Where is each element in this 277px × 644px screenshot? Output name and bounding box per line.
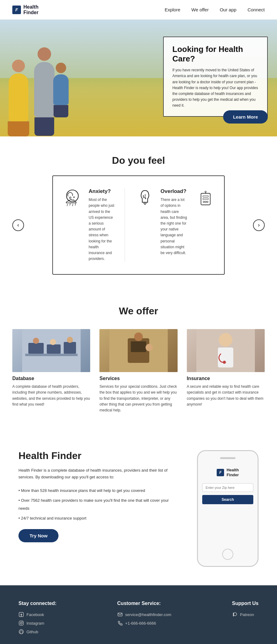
phone-home-button <box>222 549 233 560</box>
svg-point-41 <box>19 630 23 634</box>
carousel-prev-button[interactable]: ‹ <box>12 219 24 231</box>
nav-our-app[interactable]: Our app <box>220 7 236 12</box>
offer-card-insurance: Insurance A secure and reliable way to f… <box>187 329 265 413</box>
phone-mockup: F Health Finder Search <box>197 450 259 567</box>
facebook-icon <box>18 612 24 617</box>
nav-connect[interactable]: Connect <box>247 7 265 12</box>
hero-family <box>6 41 70 136</box>
svg-rect-13 <box>203 196 208 197</box>
svg-rect-35 <box>218 348 233 367</box>
svg-rect-44 <box>233 613 234 616</box>
email-icon <box>117 612 123 617</box>
carousel-item-partial <box>196 188 215 262</box>
overload-icon <box>134 188 156 210</box>
footer-github-link[interactable]: Github <box>18 629 57 634</box>
footer-facebook-link[interactable]: Facebook <box>18 612 57 617</box>
app-bullet-0: • More than 528 health insurance plans t… <box>18 487 179 495</box>
footer-service-heading: Customer Service: <box>117 601 171 606</box>
carousel: ‹ <box>12 175 265 275</box>
anxiety-icon <box>62 188 84 210</box>
svg-point-16 <box>205 201 207 203</box>
app-bullet-1: • Over 7562 health care providers to mak… <box>18 497 179 512</box>
app-text: Health Finder Health Finder is a complet… <box>18 450 179 542</box>
offer-card-database-desc: A complete database of health providers,… <box>12 384 90 407</box>
footer-social-heading: Stay connected: <box>18 601 57 606</box>
footer: Stay connected: Facebook Instagram Githu… <box>0 585 277 644</box>
github-icon <box>18 629 24 634</box>
svg-rect-14 <box>203 198 208 200</box>
nav-explore[interactable]: Explore <box>165 7 180 12</box>
carousel-item-anxiety-title: Anxiety? <box>89 188 115 194</box>
svg-point-10 <box>143 195 144 197</box>
footer-support-heading: Support Us <box>232 601 259 606</box>
try-now-button[interactable]: Try Now <box>18 529 58 542</box>
carousel-item-overload-title: Overload? <box>161 188 187 194</box>
footer-instagram-link[interactable]: Instagram <box>18 620 57 626</box>
phone-logo-icon: F <box>217 469 224 476</box>
svg-rect-24 <box>64 342 76 354</box>
logo[interactable]: F Health Finder <box>12 4 38 15</box>
offer-card-insurance-desc: A secure and reliable way to find health… <box>187 384 265 407</box>
svg-line-4 <box>70 203 70 206</box>
carousel-item-anxiety-text: Anxiety? Most of the people who just arr… <box>89 188 115 262</box>
svg-rect-22 <box>28 343 44 354</box>
carousel-item-anxiety: Anxiety? Most of the people who just arr… <box>62 188 115 262</box>
carousel-divider <box>125 188 125 262</box>
svg-line-3 <box>67 204 68 206</box>
phone-speaker <box>220 457 235 459</box>
offer-grid: Database A complete database of health p… <box>12 329 265 413</box>
nav-links: Explore We offer Our app Connect <box>165 7 265 13</box>
offer-card-services-title: Services <box>99 376 177 381</box>
carousel-item-overload: Overload? There are a lot of options in … <box>134 188 187 262</box>
phone-search-input[interactable] <box>202 483 253 492</box>
offer-card-database-title: Database <box>12 376 90 381</box>
svg-point-26 <box>50 339 56 345</box>
svg-rect-30 <box>131 341 146 352</box>
feel-heading: Do you feel <box>12 155 265 166</box>
nav-we-offer[interactable]: We offer <box>191 7 209 12</box>
footer-col-service: Customer Service: service@healthfinder.c… <box>117 601 171 638</box>
app-heading: Health Finder <box>18 450 179 461</box>
footer-phone-link[interactable]: +1-666-666-6666 <box>117 620 171 626</box>
svg-point-11 <box>145 198 146 199</box>
offer-card-services: Services Services for your special condi… <box>99 329 177 413</box>
phone-logo-text: Health Finder <box>227 468 239 477</box>
carousel-item-overload-desc: There are a lot of options in health car… <box>161 197 187 256</box>
offer-card-insurance-title: Insurance <box>187 376 265 381</box>
svg-point-25 <box>33 338 39 344</box>
svg-point-17 <box>207 201 208 203</box>
feel-section: Do you feel ‹ <box>0 136 277 287</box>
navbar: F Health Finder Explore We offer Our app… <box>0 0 277 20</box>
svg-point-32 <box>146 344 153 351</box>
carousel-item-anxiety-desc: Most of the people who just arrived to t… <box>89 197 115 262</box>
carousel-item-overload-text: Overload? There are a lot of options in … <box>161 188 187 262</box>
svg-rect-23 <box>47 344 61 354</box>
svg-rect-21 <box>25 354 78 356</box>
carousel-box: Anxiety? Most of the people who just arr… <box>52 175 225 275</box>
footer-col-social: Stay connected: Facebook Instagram Githu… <box>18 601 57 638</box>
svg-point-34 <box>219 333 232 347</box>
hero-title: Looking for Health Care? <box>172 45 259 64</box>
app-description: Health Finder is a complete database of … <box>18 467 179 481</box>
svg-line-5 <box>72 204 73 206</box>
phone-icon <box>117 620 123 626</box>
svg-line-6 <box>75 203 76 206</box>
hero-section: Looking for Health Care? If you have rec… <box>0 20 277 136</box>
hero-cta-button[interactable]: Learn More <box>223 110 268 124</box>
carousel-next-button[interactable]: › <box>253 219 265 231</box>
offer-card-database: Database A complete database of health p… <box>12 329 90 413</box>
footer-col-support: Support Us Patreon <box>232 601 259 638</box>
offer-section: We offer <box>0 287 277 432</box>
footer-email-link[interactable]: service@healthfinder.com <box>117 612 171 617</box>
svg-point-2 <box>74 197 75 198</box>
phone-logo: F Health Finder <box>217 468 239 477</box>
offer-image-database <box>12 329 90 372</box>
svg-point-40 <box>22 622 23 622</box>
offer-image-services <box>99 329 177 372</box>
svg-rect-38 <box>19 621 23 625</box>
svg-point-15 <box>203 201 205 203</box>
svg-point-27 <box>67 337 73 343</box>
footer-patreon-link[interactable]: Patreon <box>232 612 259 617</box>
logo-text: Health Finder <box>23 4 38 15</box>
phone-search-button[interactable]: Search <box>202 495 253 504</box>
